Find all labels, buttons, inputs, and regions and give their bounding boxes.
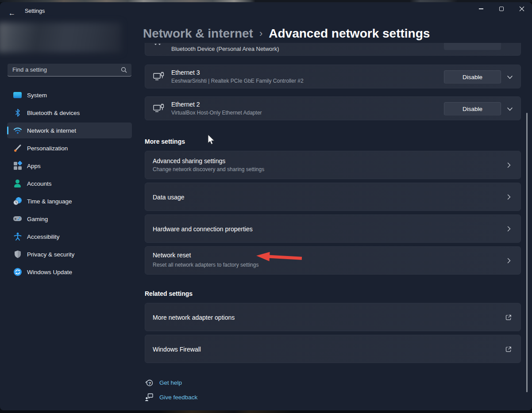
sidebar-item-label: Personalization bbox=[27, 145, 68, 152]
row-data-usage[interactable]: Data usage bbox=[145, 183, 521, 211]
time-language-icon bbox=[13, 197, 22, 206]
settings-window: ← Settings System Bluetooth & devices bbox=[0, 2, 532, 410]
sidebar-item-gaming[interactable]: Gaming bbox=[7, 211, 132, 227]
adapter-name: Ethernet 2 bbox=[171, 101, 200, 108]
privacy-security-icon bbox=[13, 250, 22, 259]
row-advanced-sharing-settings[interactable]: Advanced sharing settings Change network… bbox=[145, 151, 521, 179]
adapter-description: EeshwarSrishti | Realtek PCIe GbE Family… bbox=[171, 78, 304, 84]
bluetooth-icon bbox=[13, 108, 22, 117]
sidebar-item-bluetooth-devices[interactable]: Bluetooth & devices bbox=[7, 105, 132, 121]
window-title: Settings bbox=[25, 8, 45, 14]
chevron-right-icon bbox=[507, 258, 511, 264]
row-title: Network reset bbox=[153, 252, 191, 259]
row-title: Data usage bbox=[153, 194, 185, 201]
sidebar-item-label: Apps bbox=[27, 163, 41, 169]
ethernet-adapter-icon bbox=[153, 103, 165, 114]
adapter-row-ethernet-2[interactable]: Ethernet 2 VirtualBox Host-Only Ethernet… bbox=[145, 96, 521, 120]
sidebar-item-label: Accounts bbox=[27, 180, 52, 187]
search-icon bbox=[121, 67, 127, 73]
windows-update-icon bbox=[13, 268, 22, 276]
row-more-network-adapter-options[interactable]: More network adapter options bbox=[145, 303, 521, 331]
accessibility-icon bbox=[13, 232, 22, 241]
give-feedback-link[interactable]: Give feedback bbox=[145, 393, 197, 402]
disable-button[interactable]: Disable bbox=[444, 102, 501, 115]
minimize-icon bbox=[479, 8, 483, 9]
sidebar-item-accessibility[interactable]: Accessibility bbox=[7, 229, 132, 245]
sidebar-item-accounts[interactable]: Accounts bbox=[7, 176, 132, 191]
sidebar-nav: System Bluetooth & devices Network & int… bbox=[7, 87, 132, 282]
chevron-down-icon[interactable] bbox=[507, 75, 513, 80]
adapter-description: VirtualBox Host-Only Ethernet Adapter bbox=[171, 110, 262, 116]
close-icon bbox=[519, 6, 524, 11]
annotation-arrow bbox=[255, 250, 303, 265]
maximize-icon bbox=[499, 7, 504, 11]
search-box bbox=[8, 64, 131, 76]
gaming-icon bbox=[13, 214, 22, 223]
give-feedback-label: Give feedback bbox=[159, 394, 197, 401]
network-icon bbox=[13, 126, 22, 135]
breadcrumb-parent[interactable]: Network & internet bbox=[143, 27, 253, 40]
screen: { "titlebar": { "app_title": "Settings" … bbox=[0, 0, 532, 413]
apps-icon bbox=[13, 161, 22, 170]
search-input[interactable] bbox=[8, 64, 114, 76]
sidebar-item-personalization[interactable]: Personalization bbox=[7, 140, 132, 156]
sidebar-item-label: Time & language bbox=[27, 198, 72, 205]
chevron-right-icon bbox=[507, 226, 511, 232]
external-link-icon bbox=[505, 346, 512, 353]
accounts-icon bbox=[13, 179, 22, 188]
more-settings-heading: More settings bbox=[145, 138, 185, 145]
adapter-action-button-partial[interactable] bbox=[444, 43, 501, 50]
personalization-icon bbox=[13, 144, 22, 153]
sidebar-item-label: Windows Update bbox=[27, 269, 72, 275]
breadcrumb-separator-icon: › bbox=[259, 28, 262, 39]
sidebar-item-time-language[interactable]: Time & language bbox=[7, 193, 132, 209]
maximize-button[interactable] bbox=[491, 2, 512, 15]
close-button[interactable] bbox=[512, 2, 532, 15]
desktop-edge-strip bbox=[0, 410, 532, 413]
adapter-name: Ethernet 3 bbox=[171, 69, 200, 76]
sidebar-item-privacy-security[interactable]: Privacy & security bbox=[7, 246, 132, 262]
row-hardware-connection-properties[interactable]: Hardware and connection properties bbox=[145, 214, 521, 243]
back-button[interactable]: ← bbox=[5, 8, 19, 19]
vertical-scrollbar[interactable] bbox=[526, 113, 528, 392]
user-profile-blurred bbox=[0, 23, 121, 53]
row-windows-firewall[interactable]: Windows Firewall bbox=[145, 335, 521, 363]
sidebar-item-label: Privacy & security bbox=[27, 251, 74, 258]
row-description: Reset all network adapters to factory se… bbox=[153, 262, 258, 268]
row-title: Hardware and connection properties bbox=[153, 226, 253, 233]
get-help-link[interactable]: ? Get help bbox=[145, 378, 182, 387]
help-icon: ? bbox=[145, 378, 154, 387]
row-description: Change network discovery and sharing set… bbox=[153, 166, 264, 172]
row-network-reset[interactable]: Network reset Reset all network adapters… bbox=[145, 246, 521, 275]
sidebar-item-label: Gaming bbox=[27, 216, 48, 222]
adapter-row-bluetooth-device[interactable]: Bluetooth Device (Personal Area Network) bbox=[145, 43, 521, 56]
adapter-row-ethernet-3[interactable]: Ethernet 3 EeshwarSrishti | Realtek PCIe… bbox=[145, 65, 521, 88]
get-help-label: Get help bbox=[159, 379, 182, 386]
minimize-button[interactable] bbox=[471, 2, 491, 15]
disable-button[interactable]: Disable bbox=[444, 70, 501, 84]
sidebar-item-label: Bluetooth & devices bbox=[27, 110, 80, 116]
sidebar-item-label: System bbox=[27, 92, 47, 99]
chevron-down-icon[interactable] bbox=[507, 107, 513, 111]
sidebar-item-label: Accessibility bbox=[27, 233, 60, 240]
row-title: Advanced sharing settings bbox=[153, 157, 225, 164]
ethernet-adapter-icon bbox=[153, 72, 165, 82]
external-link-icon bbox=[505, 314, 512, 321]
feedback-icon bbox=[145, 393, 154, 402]
selected-accent-bar bbox=[7, 126, 8, 134]
sidebar-item-system[interactable]: System bbox=[7, 87, 132, 103]
sidebar-item-windows-update[interactable]: Windows Update bbox=[7, 264, 132, 280]
page-title: Advanced network settings bbox=[269, 27, 430, 40]
chevron-right-icon bbox=[507, 162, 511, 168]
system-icon bbox=[13, 91, 22, 99]
adapter-name: Bluetooth Device (Personal Area Network) bbox=[171, 46, 279, 52]
bluetooth-adapter-icon bbox=[154, 43, 162, 47]
sidebar-item-apps[interactable]: Apps bbox=[7, 158, 132, 174]
related-settings-heading: Related settings bbox=[145, 290, 193, 297]
svg-text:?: ? bbox=[149, 381, 151, 386]
mouse-cursor bbox=[207, 134, 216, 146]
sidebar-item-label: Network & internet bbox=[27, 127, 76, 134]
sidebar-item-network-internet[interactable]: Network & internet bbox=[7, 122, 132, 138]
chevron-right-icon bbox=[507, 194, 511, 200]
row-title: More network adapter options bbox=[153, 314, 235, 321]
